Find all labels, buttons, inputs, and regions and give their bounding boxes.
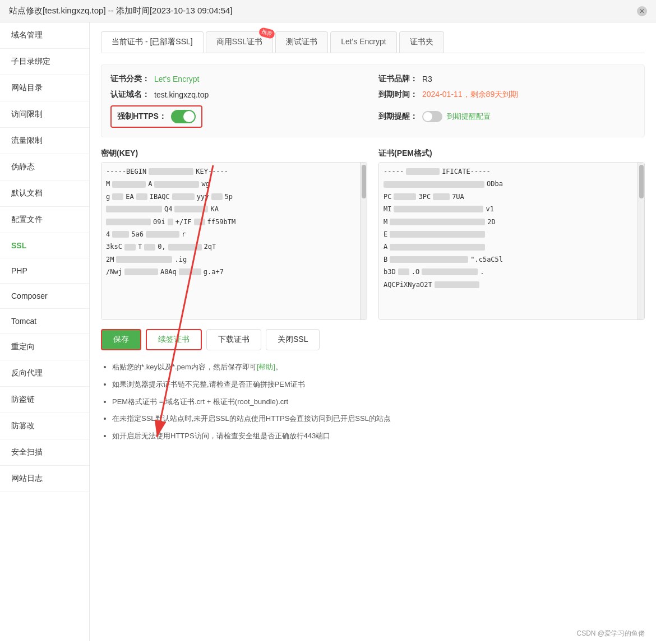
tabs-container: 当前证书 - [已部署SSL]商用SSL证书推荐测试证书Let's Encryp…	[101, 31, 645, 53]
sidebar-item-重定向[interactable]: 重定向	[0, 334, 89, 360]
cert-area: 证书(PEM格式) -----IFICATE-----ODbaPC3PC7UAM…	[378, 149, 645, 320]
reminder-label: 到期提醒：	[378, 112, 418, 122]
expiry-label: 到期时间：	[378, 90, 418, 100]
sidebar-item-域名管理[interactable]: 域名管理	[0, 22, 89, 49]
domain-label: 认证域名：	[110, 90, 150, 100]
key-scrollbar-thumb	[362, 165, 366, 198]
sidebar-item-Composer[interactable]: Composer	[0, 284, 89, 309]
sidebar-item-配置文件[interactable]: 配置文件	[0, 207, 89, 233]
tips-list: 粘贴您的*.key以及*.pem内容，然后保存即可[帮助]。如果浏览器提示证书链…	[101, 362, 645, 442]
key-textarea-wrapper: -----BEGINKEY-----MAwggEAIBAQCyyy5pQ4KA0…	[101, 162, 367, 320]
renew-button[interactable]: 续签证书	[146, 329, 202, 350]
reminder-row: 到期提醒： 到期提醒配置	[378, 105, 635, 128]
https-label: 强制HTTPS：	[117, 112, 167, 122]
https-row: 强制HTTPS：	[110, 105, 367, 128]
sidebar-item-子目录绑定[interactable]: 子目录绑定	[0, 49, 89, 75]
key-cert-section: 密钥(KEY) -----BEGINKEY-----MAwggEAIBAQCyy…	[101, 149, 645, 320]
sidebar: 域名管理子目录绑定网站目录访问限制流量限制伪静态默认文档配置文件SSLPHPCo…	[0, 22, 90, 641]
tab-0[interactable]: 当前证书 - [已部署SSL]	[101, 31, 204, 53]
cert-scrollbar-thumb	[639, 165, 644, 198]
tip-item-3: 在未指定SSL默认站点时,未开启SSL的站点使用HTTPS会直接访问到已开启SS…	[112, 413, 645, 425]
cert-content[interactable]: -----IFICATE-----ODbaPC3PC7UAMIv1M2DEAB"…	[379, 163, 644, 319]
save-button[interactable]: 保存	[101, 329, 141, 350]
sidebar-item-网站日志[interactable]: 网站日志	[0, 466, 89, 492]
key-area: 密钥(KEY) -----BEGINKEY-----MAwggEAIBAQCyy…	[101, 149, 367, 320]
cert-scrollbar[interactable]	[637, 163, 644, 319]
download-button[interactable]: 下载证书	[206, 329, 261, 350]
domain-row: 认证域名： test.kingxzq.top	[110, 90, 367, 100]
action-buttons: 保存 续签证书 下载证书 关闭SSL	[101, 329, 645, 350]
tip-item-2: PEM格式证书 = 域名证书.crt + 根证书(root_bundle).cr…	[112, 396, 645, 408]
close-ssl-button[interactable]: 关闭SSL	[266, 329, 320, 350]
sidebar-item-访问限制[interactable]: 访问限制	[0, 101, 89, 128]
cert-type-label: 证书分类：	[110, 74, 150, 84]
tip-item-4: 如开启后无法使用HTTPS访问，请检查安全组是否正确放行443端口	[112, 430, 645, 442]
expiry-value: 2024-01-11，剩余89天到期	[422, 90, 518, 100]
sidebar-item-防盗链[interactable]: 防盗链	[0, 387, 89, 413]
sidebar-item-流量限制[interactable]: 流量限制	[0, 128, 89, 154]
expiry-row: 到期时间： 2024-01-11，剩余89天到期	[378, 90, 635, 100]
https-toggle[interactable]	[171, 110, 196, 123]
tab-3[interactable]: Let's Encrypt	[330, 31, 397, 53]
sidebar-item-网站目录[interactable]: 网站目录	[0, 75, 89, 101]
sidebar-item-默认文档[interactable]: 默认文档	[0, 180, 89, 207]
cert-brand-row: 证书品牌： R3	[378, 74, 635, 84]
footer: CSDN @爱学习的鱼佬	[576, 629, 645, 638]
tip-item-1: 如果浏览器提示证书链不完整,请检查是否正确拼接PEM证书	[112, 379, 645, 391]
cert-textarea-wrapper: -----IFICATE-----ODbaPC3PC7UAMIv1M2DEAB"…	[378, 162, 645, 320]
tab-2[interactable]: 测试证书	[275, 31, 328, 53]
key-scrollbar[interactable]	[360, 163, 367, 319]
title-bar: 站点修改[test.kingxzq.top] -- 添加时间[2023-10-1…	[0, 0, 656, 22]
sidebar-item-PHP[interactable]: PHP	[0, 258, 89, 284]
tab-4[interactable]: 证书夹	[399, 31, 444, 53]
sidebar-item-防篡改[interactable]: 防篡改	[0, 413, 89, 439]
sidebar-item-反向代理[interactable]: 反向代理	[0, 360, 89, 387]
key-label: 密钥(KEY)	[101, 149, 367, 159]
key-content[interactable]: -----BEGINKEY-----MAwggEAIBAQCyyy5pQ4KA0…	[101, 163, 367, 319]
tab-1[interactable]: 商用SSL证书推荐	[206, 31, 273, 53]
sidebar-item-SSL[interactable]: SSL	[0, 233, 89, 258]
tip-item-0: 粘贴您的*.key以及*.pem内容，然后保存即可[帮助]。	[112, 362, 645, 373]
cert-label: 证书(PEM格式)	[378, 149, 645, 159]
main-content: 当前证书 - [已部署SSL]商用SSL证书推荐测试证书Let's Encryp…	[90, 22, 656, 641]
help-link[interactable]: [帮助]	[257, 363, 275, 371]
sidebar-item-伪静态[interactable]: 伪静态	[0, 154, 89, 180]
sidebar-item-安全扫描[interactable]: 安全扫描	[0, 439, 89, 466]
domain-value: test.kingxzq.top	[154, 90, 209, 99]
cert-brand-label: 证书品牌：	[378, 74, 418, 84]
sidebar-item-Tomcat[interactable]: Tomcat	[0, 309, 89, 334]
cert-brand-value: R3	[422, 75, 432, 84]
cert-type-row: 证书分类： Let's Encrypt	[110, 74, 367, 84]
cert-info-section: 证书分类： Let's Encrypt 证书品牌： R3 认证域名： test.…	[101, 64, 645, 137]
footer-text: CSDN @爱学习的鱼佬	[576, 629, 645, 637]
window-title: 站点修改[test.kingxzq.top] -- 添加时间[2023-10-1…	[9, 6, 233, 16]
reminder-toggle[interactable]	[422, 111, 442, 122]
cert-type-value: Let's Encrypt	[154, 75, 200, 84]
reminder-config-link[interactable]: 到期提醒配置	[447, 112, 491, 122]
close-button[interactable]: ✕	[637, 6, 647, 16]
